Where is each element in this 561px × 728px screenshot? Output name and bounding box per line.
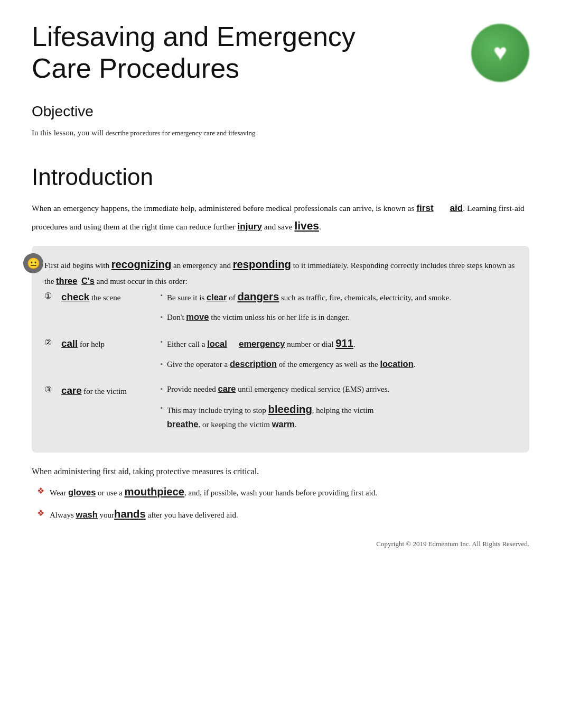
heart-icon: ♥ xyxy=(493,35,507,70)
page-title: Lifesaving and Emergency Care Procedures xyxy=(32,21,401,85)
info-box: 😐 First aid begins with recognizing an e… xyxy=(32,246,529,453)
bullet-1-1: ▪ Be sure it is clear of dangers such as… xyxy=(161,289,517,305)
bullet-text-3-1: Provide needed care until emergency medi… xyxy=(167,382,517,396)
blank-aid: aid xyxy=(450,203,463,213)
bullet-icon: ▪ xyxy=(161,403,163,412)
bottom-section: When administering first aid, taking pro… xyxy=(32,465,529,523)
objective-section: Objective In this lesson, you will descr… xyxy=(32,100,529,139)
intro-mid2: and save xyxy=(264,222,295,231)
step-left-2: ② call for help xyxy=(44,335,161,351)
intro-paragraph: When an emergency happens, the immediate… xyxy=(32,201,529,235)
blank-warm: warm xyxy=(272,419,295,429)
blank-breathe: breathe xyxy=(167,419,199,429)
blank-local: local xyxy=(207,339,227,348)
footer: Copyright © 2019 Edmentum Inc. All Right… xyxy=(32,539,529,549)
bullet-text-1-2: Don't move the victim unless his or her … xyxy=(167,310,517,324)
bullet-icon: ▪ xyxy=(161,337,163,346)
blank-cs: C's xyxy=(81,276,95,285)
blank-lives: lives xyxy=(294,219,319,232)
blank-gloves: gloves xyxy=(68,487,96,497)
logo: ♥ xyxy=(471,24,529,82)
bullet-text-3-2: This may include trying to stop bleeding… xyxy=(167,401,517,431)
objective-heading: Objective xyxy=(32,100,529,123)
bullet-3-1: ▪ Provide needed care until emergency me… xyxy=(161,382,517,396)
blank-description: description xyxy=(230,359,277,368)
blank-hands: hands xyxy=(114,508,146,520)
step-word-3: care xyxy=(61,385,82,396)
blank-care: care xyxy=(218,384,236,393)
bullet-icon: ▪ xyxy=(161,291,163,300)
introduction-section: Introduction When an emergency happens, … xyxy=(32,160,529,235)
footer-text: Copyright © 2019 Edmentum Inc. All Right… xyxy=(376,540,529,548)
diamond-icon-1: ❖ xyxy=(37,484,44,498)
blank-three: three xyxy=(56,276,77,285)
step-label-2: call for help xyxy=(61,336,105,351)
introduction-heading: Introduction xyxy=(32,160,529,195)
bullet-1-2: ▪ Don't move the victim unless his or he… xyxy=(161,310,517,324)
intro-p1-prefix: When an emergency happens, the immediate… xyxy=(32,204,416,213)
info-box-text: First aid begins with recognizing an eme… xyxy=(44,255,517,289)
blank-dangers: dangers xyxy=(237,291,279,302)
blank-mouthpiece: mouthpiece xyxy=(124,486,184,497)
step-row-2: ② call for help ▪ Either call a local em… xyxy=(44,335,517,371)
header: Lifesaving and Emergency Care Procedures… xyxy=(32,21,529,85)
step-left-1: ① check the scene xyxy=(44,289,161,305)
blank-recognizing: recognizing xyxy=(111,259,172,270)
step-left-3: ③ care for the victim xyxy=(44,382,161,398)
bullet-2-1: ▪ Either call a local emergency number o… xyxy=(161,335,517,352)
objective-text: In this lesson, you will describe proced… xyxy=(32,127,529,139)
blank-wash: wash xyxy=(76,510,98,519)
bullet-icon: ▪ xyxy=(161,384,163,393)
bullet-icon: ▪ xyxy=(161,312,163,321)
blank-bleeding: bleeding xyxy=(268,403,312,415)
ib-prefix: First aid begins with xyxy=(44,261,111,270)
diamond-icon-2: ❖ xyxy=(37,506,44,520)
bullet-text-2-1: Either call a local emergency number or … xyxy=(167,335,517,352)
step-bullets-1: ▪ Be sure it is clear of dangers such as… xyxy=(161,289,517,324)
blank-move: move xyxy=(186,312,209,321)
bottom-bullet-2: ❖ Always wash yourhands after you have d… xyxy=(37,505,529,522)
bottom-b2-text: Always wash yourhands after you have del… xyxy=(50,505,238,522)
objective-crossed: describe procedures for emergency care a… xyxy=(106,129,255,137)
bottom-bullets: ❖ Wear gloves or use a mouthpiece, and, … xyxy=(32,483,529,523)
step-label-3: care for the victim xyxy=(61,383,127,398)
step-row-1: ① check the scene ▪ Be sure it is clear … xyxy=(44,289,517,324)
blank-injury: injury xyxy=(238,222,262,232)
step-word-1: check xyxy=(61,291,89,302)
step-row-3: ③ care for the victim ▪ Provide needed c… xyxy=(44,382,517,431)
blank-responding: responding xyxy=(233,259,291,270)
step-bullets-3: ▪ Provide needed care until emergency me… xyxy=(161,382,517,431)
step-word-2: call xyxy=(61,338,78,349)
face-icon: 😐 xyxy=(23,253,43,273)
ib-suffix: and must occur in this order: xyxy=(95,277,188,285)
step-num-2: ② xyxy=(44,336,57,349)
blank-clear: clear xyxy=(207,292,227,302)
bullet-text-2-2: Give the operator a description of the e… xyxy=(167,357,517,371)
steps-container: ① check the scene ▪ Be sure it is clear … xyxy=(44,289,517,431)
blank-location: location xyxy=(380,359,413,368)
bullet-2-2: ▪ Give the operator a description of the… xyxy=(161,357,517,371)
bullet-icon: ▪ xyxy=(161,360,163,368)
step-num-3: ③ xyxy=(44,383,57,396)
ib-mid1: an emergency and xyxy=(171,261,232,270)
bullet-3-2: ▪ This may include trying to stop bleedi… xyxy=(161,401,517,431)
bottom-bullet-1: ❖ Wear gloves or use a mouthpiece, and, … xyxy=(37,483,529,500)
blank-emergency: emergency xyxy=(239,339,285,348)
bottom-intro: When administering first aid, taking pro… xyxy=(32,465,529,478)
objective-prefix: In this lesson, you will xyxy=(32,128,106,137)
bottom-b1-text: Wear gloves or use a mouthpiece, and, if… xyxy=(50,483,377,500)
blank-911: 911 xyxy=(335,337,353,349)
bullet-text-1-1: Be sure it is clear of dangers such as t… xyxy=(167,289,517,305)
step-label-1: check the scene xyxy=(61,290,120,305)
blank-first: first xyxy=(416,203,433,213)
step-num-1: ① xyxy=(44,290,57,302)
step-bullets-2: ▪ Either call a local emergency number o… xyxy=(161,335,517,371)
